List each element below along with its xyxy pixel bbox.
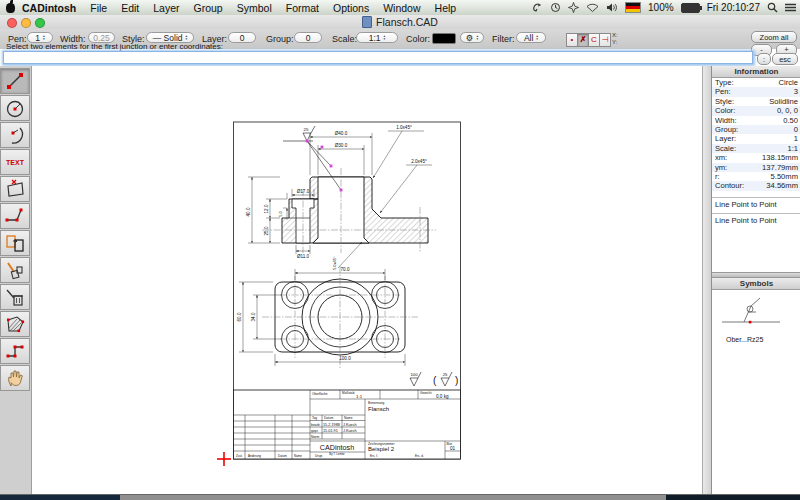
clock-icon[interactable] [550, 2, 561, 13]
info-row: xm:138.15mm [712, 153, 800, 162]
svg-text:Änderung: Änderung [248, 454, 261, 458]
info-row: Width:0.50 [712, 116, 800, 125]
dim-w70: 70.0 [341, 267, 350, 272]
dim-ch1: 1.0x45° [396, 125, 412, 130]
svg-text:J.Kuech: J.Kuech [343, 429, 357, 433]
circle-tool[interactable] [0, 95, 30, 121]
menubar: CADintosh File Edit Layer Group Symbol F… [0, 0, 800, 16]
dim-h5: 5.0 [278, 210, 283, 216]
text-tool[interactable]: TEXT [0, 149, 30, 175]
surface-symbol-thumbnail [720, 296, 784, 330]
dim-d30: Ø30.0 [335, 143, 348, 148]
svg-text:15.2.1988: 15.2.1988 [323, 423, 340, 427]
screen: CADintosh File Edit Layer Group Symbol F… [0, 0, 800, 500]
dim-w100: 100.0 [339, 356, 351, 361]
right-panel: Information Type:Circle Pen:3 Style:Soli… [711, 66, 800, 494]
info-row: Contour:34.56mm [712, 181, 800, 190]
volume-icon[interactable] [606, 2, 618, 13]
fillet-tool[interactable] [0, 203, 30, 229]
svg-text:J.Kuech: J.Kuech [343, 423, 357, 427]
information-table: Type:Circle Pen:3 Style:Solidline Color:… [712, 78, 800, 191]
svg-text:0,0 kg: 0,0 kg [436, 394, 449, 399]
svg-text:Zeichnungsnummer: Zeichnungsnummer [368, 442, 395, 446]
apple-menu-icon[interactable] [6, 3, 15, 13]
svg-text:Oberfläche: Oberfläche [312, 392, 328, 396]
esc-button[interactable]: esc [772, 53, 798, 65]
svg-text:Maßstab: Maßstab [342, 391, 355, 395]
crosshair-cursor [217, 452, 231, 466]
menu-symbol[interactable]: Symbol [230, 2, 279, 14]
menu-group[interactable]: Group [187, 2, 230, 14]
svg-text:Ers. d.: Ers. d. [415, 454, 424, 458]
stepper-button[interactable]: : [757, 53, 771, 65]
dim-ch2: 2.0x45° [411, 159, 427, 164]
dim-h12: 12.0 [264, 204, 269, 213]
svg-text:Urspr.: Urspr. [315, 454, 323, 458]
dim-d40: Ø40.0 [335, 131, 348, 136]
info-row: Color:0, 0, 0 [712, 106, 800, 115]
menu-options[interactable]: Options [326, 2, 376, 14]
status-prompt: Select two elements for the first juncti… [6, 42, 223, 51]
menu-layer[interactable]: Layer [146, 2, 186, 14]
drawing-area[interactable]: Ø40.0 1.0x45° Ø30.0 2.0x45° 40.0 12.0 25… [32, 66, 702, 494]
menu-file[interactable]: File [83, 2, 114, 14]
drawing-canvas[interactable]: Ø40.0 1.0x45° Ø30.0 2.0x45° 40.0 12.0 25… [32, 66, 702, 494]
dim-d11: Ø11.0 [297, 254, 310, 259]
spotlight-search-icon[interactable] [767, 2, 778, 13]
menu-help[interactable]: Help [428, 2, 464, 14]
menu-window[interactable]: Window [376, 2, 427, 14]
dim-d17: Ø17.0 [297, 189, 310, 194]
info-row: ym:137.79mm [712, 163, 800, 172]
menu-format[interactable]: Format [279, 2, 326, 14]
svg-text:By T. Lemke: By T. Lemke [329, 452, 345, 456]
coordinate-input[interactable] [3, 51, 753, 64]
symbol-label: Ober...Rz25 [720, 334, 793, 345]
delete-tool[interactable] [0, 284, 30, 310]
svg-text:01: 01 [450, 446, 456, 451]
arc-tool[interactable] [0, 122, 30, 148]
polygon-tool[interactable] [0, 176, 30, 202]
svg-text:Norm: Norm [311, 435, 319, 439]
history-entry[interactable]: Line Point to Point [712, 213, 800, 229]
svg-text:CADintosh: CADintosh [320, 443, 354, 452]
pan-tool[interactable] [0, 365, 30, 391]
information-header: Information [712, 66, 800, 78]
svg-text:25: 25 [443, 372, 448, 377]
window-titlebar[interactable]: Flansch.CAD [0, 15, 800, 30]
svg-text:Name: Name [294, 454, 302, 458]
info-row: Style:Solidline [712, 97, 800, 106]
dim-ch5: 5.0x45° [332, 256, 337, 270]
info-row: Scale:1:1 [712, 144, 800, 153]
surface-value: 25 [304, 127, 309, 132]
title-block: Oberfläche Maßstab 1:1 Gewicht 0,0 kg Ta… [234, 390, 461, 459]
svg-text:Zust.: Zust. [236, 454, 243, 458]
symbols-header: Symbols [712, 278, 800, 290]
bottom-scroll-strip[interactable] [0, 494, 800, 500]
info-row: Layer:1 [712, 134, 800, 143]
line-tool[interactable] [0, 68, 30, 94]
copy-tool[interactable] [0, 230, 30, 256]
text-tool-glyph: TEXT [6, 159, 25, 166]
menu-edit[interactable]: Edit [114, 2, 146, 14]
notification-list-icon[interactable] [785, 3, 796, 12]
menubar-clock[interactable]: Fri 20:10:27 [707, 2, 760, 13]
gear-icon: ⚙ [466, 33, 474, 43]
svg-text:bearb.: bearb. [311, 423, 321, 427]
phone-icon[interactable] [532, 2, 543, 13]
dim-h34: 34.0 [251, 312, 256, 321]
dim-h25: 25.0 [264, 226, 269, 235]
dim-h60: 60.0 [237, 312, 242, 321]
menu-app[interactable]: CADintosh [15, 2, 83, 14]
transform-tool[interactable] [0, 257, 30, 283]
hatch-tool[interactable] [0, 311, 30, 337]
info-row: r:5.50mm [712, 172, 800, 181]
flag-germany-icon[interactable] [625, 2, 641, 13]
nav-star-icon[interactable] [568, 2, 579, 13]
battery-icon[interactable] [681, 3, 700, 13]
info-row: Pen:3 [712, 87, 800, 96]
svg-text:): ) [455, 375, 458, 386]
history-entry[interactable]: Line Point to Point [712, 197, 800, 213]
wifi-icon[interactable] [586, 2, 599, 13]
polyline-tool[interactable] [0, 338, 30, 364]
symbol-item[interactable]: Ober...Rz25 [712, 290, 800, 345]
